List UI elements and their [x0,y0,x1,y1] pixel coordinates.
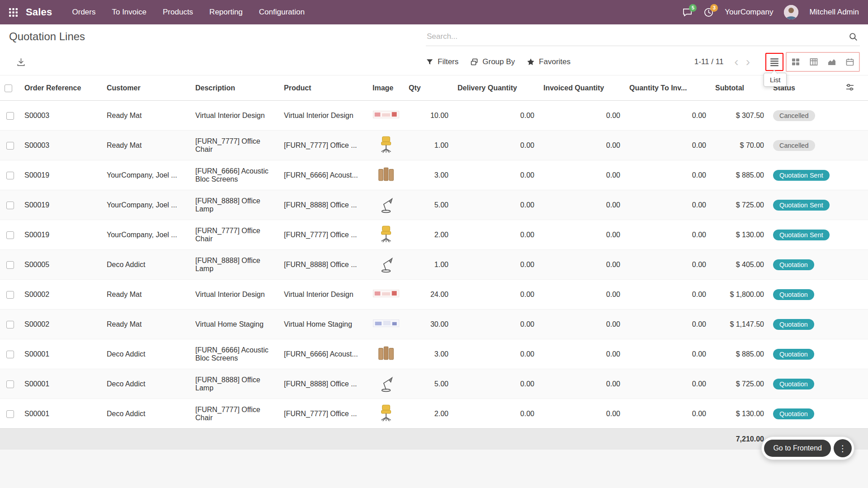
search-icon[interactable] [849,32,858,42]
nav-menu-configuration[interactable]: Configuration [259,8,305,17]
select-all-checkbox[interactable] [5,84,12,92]
nav-menu-reporting[interactable]: Reporting [209,8,243,17]
table-row[interactable]: S00003Ready MatVirtual Interior DesignVi… [0,101,868,131]
product-image-chair [377,225,396,244]
nav-menu-to-invoice[interactable]: To Invoice [112,8,146,17]
cell-qty: 30.00 [404,310,453,339]
cell-subtotal: $ 130.00 [711,399,769,429]
view-switch-list[interactable] [765,53,783,71]
row-checkbox[interactable] [6,321,14,328]
cell-delivery-quantity: 0.00 [453,369,539,399]
status-badge: Quotation [773,289,814,300]
table-row[interactable]: S00002Ready MatVirtual Home StagingVirtu… [0,310,868,339]
column-header-quantity_to_invoice[interactable]: Quantity To Inv... [625,75,711,101]
cell-image [368,399,404,429]
user-menu[interactable]: Mitchell Admin [809,8,859,17]
row-checkbox[interactable] [6,291,14,299]
table-row[interactable]: S00002Ready MatVirtual Interior DesignVi… [0,280,868,310]
pager-next-button[interactable]: › [742,56,754,68]
control-panel-bottom-row: Filters Group By Favorites 1- [0,49,868,75]
kanban-view-icon [791,57,800,66]
cell-qty: 10.00 [404,101,453,131]
messages-icon[interactable]: 5 [682,7,693,18]
messages-count-badge: 5 [689,4,697,12]
column-header-description[interactable]: Description [191,75,279,101]
cell-qty: 24.00 [404,280,453,310]
quotation-lines-table: Order ReferenceCustomerDescriptionProduc… [0,75,868,450]
column-header-delivery_quantity[interactable]: Delivery Quantity [453,75,539,101]
table-row[interactable]: S00001Deco Addict[FURN_8888] Office Lamp… [0,369,868,399]
avatar[interactable] [784,5,798,19]
table-row[interactable]: S00001Deco Addict[FURN_6666] Acoustic Bl… [0,339,868,369]
column-header-subtotal[interactable]: Subtotal [711,75,769,101]
row-checkbox[interactable] [6,380,14,388]
cell-order-reference: S00002 [20,280,102,310]
cell-quantity-to-invoice: 0.00 [625,369,711,399]
row-checkbox[interactable] [6,172,14,179]
table-row[interactable]: S00001Deco Addict[FURN_7777] Office Chai… [0,399,868,429]
cell-order-reference: S00019 [20,190,102,220]
table-row[interactable]: S00003Ready Mat[FURN_7777] Office Chair[… [0,131,868,160]
apps-grid-icon[interactable] [9,8,18,17]
cell-subtotal: $ 885.00 [711,160,769,190]
optional-columns-header[interactable] [841,75,868,101]
list-view-tooltip: List [764,73,787,87]
filters-label: Filters [438,57,458,66]
row-checkbox[interactable] [6,410,14,418]
column-header-order_reference[interactable]: Order Reference [20,75,102,101]
cell-image [368,160,404,190]
calendar-view-icon [845,57,854,66]
activities-clock-icon[interactable]: 3 [703,7,714,18]
row-checkbox[interactable] [6,351,14,358]
column-header-customer[interactable]: Customer [102,75,191,101]
cell-quantity-to-invoice: 0.00 [625,250,711,280]
group-by-button[interactable]: Group By [470,57,515,66]
go-to-frontend-button[interactable]: Go to Frontend [764,440,831,457]
cell-customer: Ready Mat [102,131,191,160]
product-image-screens [377,344,396,363]
view-switch-pivot[interactable] [805,53,823,71]
view-switch-calendar[interactable] [841,53,859,71]
row-checkbox[interactable] [6,202,14,209]
filters-button[interactable]: Filters [426,57,458,66]
top-navbar: Sales OrdersTo InvoiceProductsReportingC… [0,0,868,24]
nav-menu-orders[interactable]: Orders [72,8,96,17]
status-badge: Quotation Sent [773,170,830,181]
favorites-button[interactable]: Favorites [527,57,571,66]
view-switch-kanban[interactable] [787,53,805,71]
table-row[interactable]: S00019YourCompany, Joel ...[FURN_6666] A… [0,160,868,190]
cell-subtotal: $ 405.00 [711,250,769,280]
row-checkbox[interactable] [6,142,14,150]
cell-status: Quotation Sent [769,160,841,190]
pager-previous-button[interactable]: ‹ [731,56,742,68]
cell-product: [FURN_7777] Office ... [279,131,368,160]
favorites-label: Favorites [539,57,571,66]
pivot-view-icon [809,57,818,66]
row-select-cell [0,369,20,399]
row-checkbox[interactable] [6,112,14,120]
column-header-qty[interactable]: Qty [404,75,453,101]
cell-delivery-quantity: 0.00 [453,101,539,131]
table-row[interactable]: S00019YourCompany, Joel ...[FURN_8888] O… [0,190,868,220]
search-input[interactable] [426,28,860,46]
table-row[interactable]: S00005Deco Addict[FURN_8888] Office Lamp… [0,250,868,280]
nav-menu-products[interactable]: Products [163,8,193,17]
company-switcher[interactable]: YourCompany [725,8,773,17]
kebab-menu-button[interactable]: ⋮ [834,439,852,457]
cell-description: [FURN_7777] Office Chair [191,399,279,429]
column-header-product[interactable]: Product [279,75,368,101]
view-switch-graph[interactable] [823,53,841,71]
row-checkbox[interactable] [6,231,14,239]
column-header-image[interactable]: Image [368,75,404,101]
cell-qty: 1.00 [404,131,453,160]
table-row[interactable]: S00019YourCompany, Joel ...[FURN_7777] O… [0,220,868,250]
column-header-invoiced_quantity[interactable]: Invoiced Quantity [539,75,625,101]
export-icon[interactable] [16,57,26,67]
row-checkbox[interactable] [6,261,14,269]
cell-invoiced-quantity: 0.00 [539,220,625,250]
cell-description: [FURN_6666] Acoustic Bloc Screens [191,339,279,369]
app-name[interactable]: Sales [26,6,52,18]
product-image-lamp [377,374,396,393]
cell-invoiced-quantity: 0.00 [539,160,625,190]
cell-customer: Ready Mat [102,280,191,310]
